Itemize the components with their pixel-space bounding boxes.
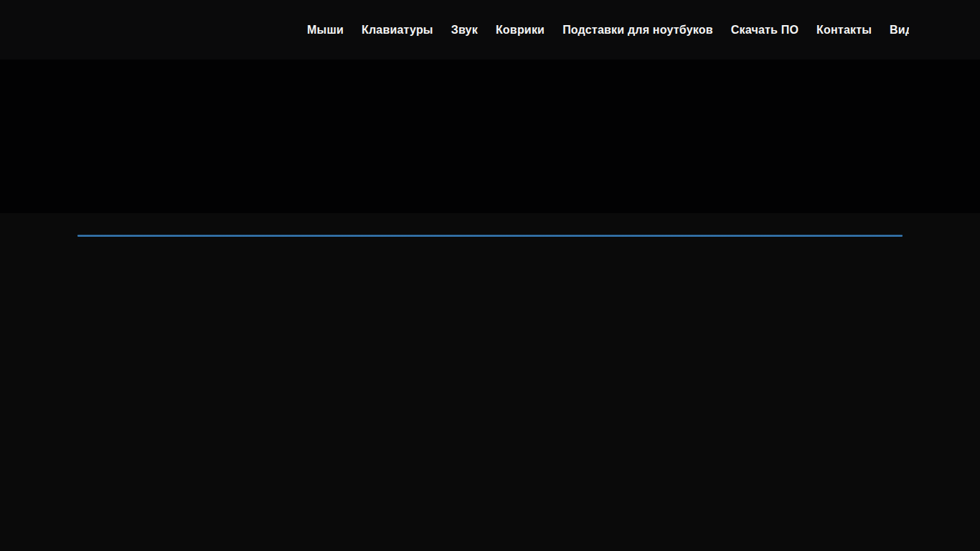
blue-divider-line [77, 235, 903, 237]
nav-item-contacts[interactable]: Контакты [816, 24, 872, 37]
nav-item-keyboards[interactable]: Клавиатуры [362, 24, 433, 37]
content-area [0, 213, 980, 551]
main-nav: Мыши Клавиатуры Звук Коврики Подставки д… [307, 0, 909, 60]
nav-clip-container: Мыши Клавиатуры Звук Коврики Подставки д… [307, 0, 909, 60]
nav-item-download-software[interactable]: Скачать ПО [731, 24, 798, 37]
nav-item-sound[interactable]: Звук [451, 24, 478, 37]
nav-item-video[interactable]: Видео [890, 24, 909, 37]
nav-item-mousepads[interactable]: Коврики [496, 24, 545, 37]
page: Мыши Клавиатуры Звук Коврики Подставки д… [0, 0, 980, 551]
hero-banner [0, 60, 980, 213]
nav-item-laptop-stands[interactable]: Подставки для ноутбуков [562, 24, 713, 37]
nav-item-mice[interactable]: Мыши [307, 24, 344, 37]
top-nav-bar: Мыши Клавиатуры Звук Коврики Подставки д… [0, 0, 980, 60]
